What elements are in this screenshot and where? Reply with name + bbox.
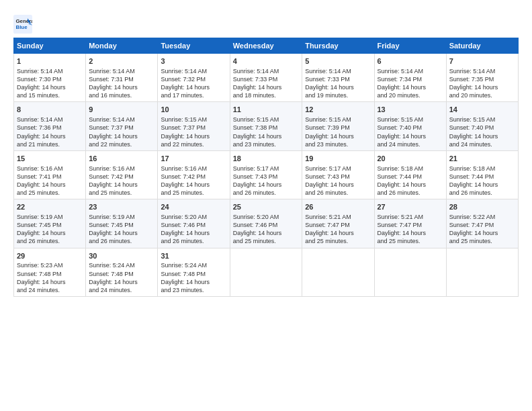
calendar-cell: 14Sunrise: 5:15 AMSunset: 7:40 PMDayligh…: [446, 102, 518, 150]
sunrise-label: Sunrise: 5:15 AM: [305, 116, 351, 123]
daylight-label: Daylight: 14 hours: [89, 133, 138, 140]
sunset-label: Sunset: 7:31 PM: [89, 76, 134, 83]
sunset-label: Sunset: 7:43 PM: [305, 173, 350, 180]
calendar-cell: 2Sunrise: 5:14 AMSunset: 7:31 PMDaylight…: [86, 54, 158, 102]
daylight-label: Daylight: 14 hours: [89, 230, 138, 236]
daylight-label: Daylight: 14 hours: [17, 230, 66, 236]
daylight-label: Daylight: 14 hours: [305, 230, 354, 236]
calendar-cell: 12Sunrise: 5:15 AMSunset: 7:39 PMDayligh…: [302, 102, 374, 150]
day-number: 14: [449, 105, 515, 115]
day-number: 13: [378, 105, 443, 115]
svg-text:Blue: Blue: [16, 24, 28, 30]
calendar-header-row: SundayMondayTuesdayWednesdayThursdayFrid…: [14, 38, 519, 54]
sunset-label: Sunset: 7:32 PM: [161, 76, 206, 83]
sunrise-label: Sunrise: 5:14 AM: [161, 68, 207, 75]
sunrise-label: Sunrise: 5:14 AM: [89, 116, 135, 123]
calendar-cell: 25Sunrise: 5:20 AMSunset: 7:46 PMDayligh…: [230, 199, 302, 248]
calendar-cell: 16Sunrise: 5:16 AMSunset: 7:42 PMDayligh…: [86, 150, 158, 199]
sunrise-label: Sunrise: 5:19 AM: [17, 214, 63, 220]
day-number: 29: [17, 251, 83, 261]
daylight-label: Daylight: 14 hours: [449, 133, 498, 140]
calendar-cell: [230, 248, 302, 296]
calendar-cell: 24Sunrise: 5:20 AMSunset: 7:46 PMDayligh…: [158, 199, 230, 248]
daylight-minutes: and 25 minutes.: [305, 238, 348, 244]
day-number: 28: [449, 202, 515, 212]
sunrise-label: Sunrise: 5:14 AM: [378, 68, 424, 75]
sunset-label: Sunset: 7:39 PM: [305, 124, 350, 131]
sunset-label: Sunset: 7:38 PM: [233, 124, 278, 131]
calendar-cell: 9Sunrise: 5:14 AMSunset: 7:37 PMDaylight…: [86, 102, 158, 150]
daylight-minutes: and 25 minutes.: [233, 238, 276, 244]
sunset-label: Sunset: 7:44 PM: [378, 173, 423, 180]
calendar-cell: 10Sunrise: 5:15 AMSunset: 7:37 PMDayligh…: [158, 102, 230, 150]
logo: General Blue: [13, 15, 35, 34]
calendar-cell: 13Sunrise: 5:15 AMSunset: 7:40 PMDayligh…: [374, 102, 446, 150]
header: General Blue: [13, 12, 519, 34]
sunset-label: Sunset: 7:42 PM: [161, 173, 206, 180]
calendar-cell: 1Sunrise: 5:14 AMSunset: 7:30 PMDaylight…: [14, 54, 86, 102]
calendar-table: SundayMondayTuesdayWednesdayThursdayFrid…: [13, 38, 519, 297]
sunset-label: Sunset: 7:33 PM: [305, 76, 350, 83]
daylight-label: Daylight: 14 hours: [161, 84, 210, 91]
daylight-minutes: and 26 minutes.: [378, 189, 420, 196]
sunrise-label: Sunrise: 5:15 AM: [233, 116, 279, 123]
sunset-label: Sunset: 7:46 PM: [233, 222, 278, 228]
sunrise-label: Sunrise: 5:18 AM: [378, 165, 424, 172]
daylight-label: Daylight: 14 hours: [449, 84, 498, 91]
sunrise-label: Sunrise: 5:14 AM: [17, 116, 63, 123]
sunrise-label: Sunrise: 5:16 AM: [161, 165, 207, 172]
weekday-header-saturday: Saturday: [446, 38, 518, 54]
day-number: 10: [161, 105, 226, 115]
daylight-minutes: and 23 minutes.: [305, 141, 348, 148]
calendar-cell: 11Sunrise: 5:15 AMSunset: 7:38 PMDayligh…: [230, 102, 302, 150]
daylight-label: Daylight: 14 hours: [17, 84, 66, 91]
calendar-cell: 3Sunrise: 5:14 AMSunset: 7:32 PMDaylight…: [158, 54, 230, 102]
day-number: 6: [378, 56, 443, 66]
sunrise-label: Sunrise: 5:20 AM: [161, 214, 207, 220]
daylight-label: Daylight: 14 hours: [17, 133, 66, 140]
daylight-label: Daylight: 14 hours: [378, 230, 427, 236]
calendar-cell: 31Sunrise: 5:24 AMSunset: 7:48 PMDayligh…: [158, 248, 230, 296]
weekday-header-friday: Friday: [374, 38, 446, 54]
sunset-label: Sunset: 7:48 PM: [17, 271, 62, 277]
sunset-label: Sunset: 7:46 PM: [161, 222, 206, 228]
sunset-label: Sunset: 7:40 PM: [449, 124, 494, 131]
calendar-cell: 5Sunrise: 5:14 AMSunset: 7:33 PMDaylight…: [302, 54, 374, 102]
sunset-label: Sunset: 7:43 PM: [233, 173, 278, 180]
daylight-label: Daylight: 14 hours: [161, 230, 210, 236]
day-number: 15: [17, 154, 83, 164]
day-number: 1: [17, 56, 83, 66]
sunset-label: Sunset: 7:36 PM: [17, 124, 62, 131]
calendar-cell: 17Sunrise: 5:16 AMSunset: 7:42 PMDayligh…: [158, 150, 230, 199]
calendar-cell: 27Sunrise: 5:21 AMSunset: 7:47 PMDayligh…: [374, 199, 446, 248]
daylight-minutes: and 24 minutes.: [449, 141, 492, 148]
daylight-label: Daylight: 14 hours: [161, 181, 210, 188]
calendar-week-2: 8Sunrise: 5:14 AMSunset: 7:36 PMDaylight…: [14, 102, 519, 150]
calendar-cell: 28Sunrise: 5:22 AMSunset: 7:47 PMDayligh…: [446, 199, 518, 248]
weekday-header-tuesday: Tuesday: [158, 38, 230, 54]
sunrise-label: Sunrise: 5:19 AM: [89, 214, 135, 220]
daylight-label: Daylight: 14 hours: [378, 181, 427, 188]
day-number: 2: [89, 56, 154, 66]
day-number: 30: [89, 251, 154, 261]
daylight-minutes: and 25 minutes.: [378, 238, 420, 244]
daylight-minutes: and 26 minutes.: [17, 238, 60, 244]
sunset-label: Sunset: 7:37 PM: [161, 124, 206, 131]
day-number: 9: [89, 105, 154, 115]
day-number: 11: [233, 105, 299, 115]
calendar-week-3: 15Sunrise: 5:16 AMSunset: 7:41 PMDayligh…: [14, 150, 519, 199]
daylight-label: Daylight: 14 hours: [161, 279, 210, 285]
daylight-minutes: and 25 minutes.: [17, 189, 60, 196]
day-number: 5: [305, 56, 371, 66]
daylight-label: Daylight: 14 hours: [89, 181, 138, 188]
day-number: 4: [233, 56, 299, 66]
sunset-label: Sunset: 7:30 PM: [17, 76, 62, 83]
daylight-minutes: and 20 minutes.: [378, 92, 420, 99]
daylight-minutes: and 26 minutes.: [89, 238, 132, 244]
daylight-minutes: and 25 minutes.: [161, 189, 204, 196]
daylight-minutes: and 20 minutes.: [449, 92, 492, 99]
daylight-label: Daylight: 14 hours: [305, 181, 354, 188]
sunset-label: Sunset: 7:40 PM: [378, 124, 423, 131]
calendar-cell: 20Sunrise: 5:18 AMSunset: 7:44 PMDayligh…: [374, 150, 446, 199]
weekday-header-wednesday: Wednesday: [230, 38, 302, 54]
